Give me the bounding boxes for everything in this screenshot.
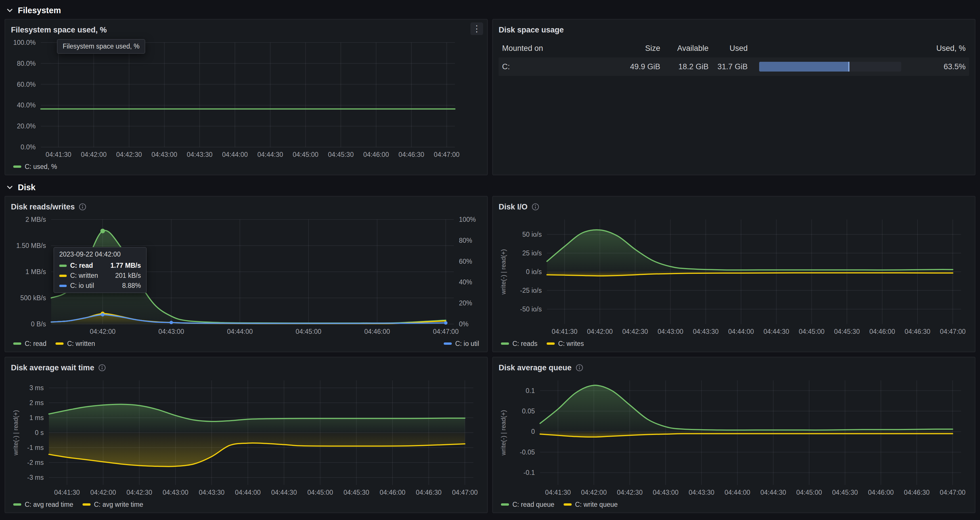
panel-menu-button[interactable]: ⋮ [471, 22, 483, 35]
svg-text:04:47:00: 04:47:00 [940, 489, 966, 496]
series-swatch [59, 275, 67, 277]
legend-swatch [13, 503, 21, 506]
legend-label: C: reads [512, 340, 538, 348]
panel-header: Disk reads/writes [11, 200, 481, 214]
row-title-filesystem: Filesystem [18, 6, 61, 15]
legend-swatch [444, 342, 452, 345]
svg-text:04:47:00: 04:47:00 [452, 489, 478, 496]
info-icon[interactable] [532, 203, 539, 211]
legend-item-c-written[interactable]: C: written [56, 340, 95, 348]
svg-text:100.0%: 100.0% [13, 39, 36, 46]
svg-text:04:42:30: 04:42:30 [116, 151, 142, 158]
legend-label: C: io util [455, 340, 479, 348]
svg-text:04:43:00: 04:43:00 [151, 151, 177, 158]
svg-text:04:43:30: 04:43:30 [187, 151, 213, 158]
column-header-used[interactable]: Used [708, 44, 748, 53]
svg-text:0 B/s: 0 B/s [31, 320, 46, 328]
time-series-chart[interactable]: 04:41:3004:42:0004:42:3004:43:0004:43:30… [499, 214, 969, 338]
legend-label: C: read queue [512, 501, 554, 509]
panel-title[interactable]: Filesystem space used, % [11, 25, 107, 35]
panel-title[interactable]: Disk space usage [499, 25, 564, 35]
panel-body: 04:41:3004:42:0004:42:3004:43:0004:43:30… [11, 375, 481, 499]
info-icon[interactable] [79, 203, 86, 211]
legend-swatch [501, 503, 509, 506]
svg-text:04:45:00: 04:45:00 [307, 489, 333, 496]
svg-text:50 io/s: 50 io/s [522, 231, 542, 238]
svg-text:04:43:00: 04:43:00 [658, 328, 684, 335]
svg-text:0.0%: 0.0% [21, 143, 36, 151]
svg-text:04:42:30: 04:42:30 [622, 328, 648, 335]
cell-used-gauge [748, 62, 905, 71]
legend-label: C: read [25, 340, 46, 348]
info-icon[interactable] [576, 364, 583, 371]
table-row: C: 49.9 GiB 18.2 GiB 31.7 GiB 63.5% [499, 57, 969, 76]
time-series-chart[interactable]: 04:41:3004:42:0004:42:3004:43:0004:43:30… [11, 375, 481, 499]
svg-text:-50 io/s: -50 io/s [520, 305, 542, 313]
row-header-disk[interactable]: Disk [5, 180, 975, 195]
column-header-available[interactable]: Available [660, 44, 708, 53]
panel-title[interactable]: Disk average wait time [11, 363, 94, 373]
svg-text:04:44:30: 04:44:30 [760, 489, 786, 496]
table-header-row: Mounted on Size Available Used Used, % [499, 39, 969, 57]
panel-filesystem-space-used: Filesystem space used, % ⋮ 04:41:3004:42… [5, 19, 488, 175]
cell-available: 18.2 GiB [660, 62, 708, 71]
chart-legend: C: avg read timeC: avg write time [11, 499, 481, 510]
svg-text:04:47:00: 04:47:00 [434, 151, 460, 158]
legend-item-c-read-queue[interactable]: C: read queue [501, 501, 554, 509]
svg-text:-25 io/s: -25 io/s [520, 287, 542, 294]
panel-disk-space-usage: Disk space usage Mounted on Size Availab… [492, 19, 975, 175]
svg-text:04:41:30: 04:41:30 [46, 151, 72, 158]
svg-text:04:41:30: 04:41:30 [552, 328, 578, 335]
legend-label: C: avg read time [25, 501, 73, 509]
legend-item-c-read[interactable]: C: read [13, 340, 46, 348]
time-series-chart[interactable]: 04:41:3004:42:0004:42:3004:43:0004:43:30… [11, 37, 481, 161]
svg-text:3 ms: 3 ms [29, 384, 44, 392]
panel-title[interactable]: Disk reads/writes [11, 203, 75, 211]
svg-text:80%: 80% [459, 237, 472, 244]
legend-item-c-io-util[interactable]: C: io util [444, 340, 479, 348]
svg-text:500 kB/s: 500 kB/s [21, 294, 46, 302]
svg-text:04:43:00: 04:43:00 [653, 489, 679, 496]
svg-text:04:46:00: 04:46:00 [869, 328, 895, 335]
svg-text:04:45:30: 04:45:30 [344, 489, 369, 496]
legend-item-c-writes[interactable]: C: writes [547, 340, 584, 348]
tooltip-text: Filesystem space used, % [63, 43, 140, 50]
series-swatch [59, 265, 67, 267]
legend-label: C: written [67, 340, 95, 348]
svg-text:04:45:30: 04:45:30 [328, 151, 354, 158]
column-header-size[interactable]: Size [605, 44, 660, 53]
column-header-used-percent[interactable]: Used, % [905, 44, 966, 53]
svg-text:04:45:00: 04:45:00 [293, 151, 319, 158]
panel-header: Disk I/O [499, 200, 969, 214]
svg-text:04:43:30: 04:43:30 [199, 489, 224, 496]
legend-item-c-used[interactable]: C: used, % [13, 163, 57, 171]
chart-legend: C: used, % [11, 161, 481, 172]
svg-text:04:42:30: 04:42:30 [617, 489, 643, 496]
panel-title[interactable]: Disk I/O [499, 203, 528, 211]
svg-text:04:47:00: 04:47:00 [433, 328, 459, 335]
svg-text:-1 ms: -1 ms [27, 444, 44, 451]
svg-text:write(-) | read(+): write(-) | read(+) [500, 410, 507, 456]
svg-text:-0.05: -0.05 [520, 449, 535, 456]
tooltip-timestamp: 2023-09-22 04:42:00 [59, 250, 141, 258]
legend-item-c-reads[interactable]: C: reads [501, 340, 538, 348]
info-icon[interactable] [99, 364, 106, 371]
svg-text:0.05: 0.05 [522, 407, 535, 415]
legend-item-c-avg-read-time[interactable]: C: avg read time [13, 501, 73, 509]
legend-swatch [13, 165, 21, 168]
panel-title[interactable]: Disk average queue [499, 363, 572, 373]
column-header-mounted-on[interactable]: Mounted on [502, 44, 605, 53]
time-series-chart[interactable]: 04:41:3004:42:0004:42:3004:43:0004:43:30… [499, 375, 969, 499]
chart-legend: C: readC: writtenC: io util [11, 338, 481, 349]
chevron-down-icon [6, 183, 14, 191]
legend-swatch [564, 503, 572, 506]
panel-header: Disk space usage [499, 23, 969, 37]
legend-item-c-avg-write-time[interactable]: C: avg write time [83, 501, 143, 509]
svg-text:04:44:30: 04:44:30 [764, 328, 789, 335]
cell-used-percent: 63.5% [905, 62, 966, 71]
svg-text:04:46:30: 04:46:30 [416, 489, 442, 496]
legend-item-c-write-queue[interactable]: C: write queue [564, 501, 618, 509]
tooltip-series-label: C: read [70, 262, 93, 270]
row-header-filesystem[interactable]: Filesystem [5, 3, 975, 18]
tooltip-row: C: written 201 kB/s [59, 272, 141, 279]
